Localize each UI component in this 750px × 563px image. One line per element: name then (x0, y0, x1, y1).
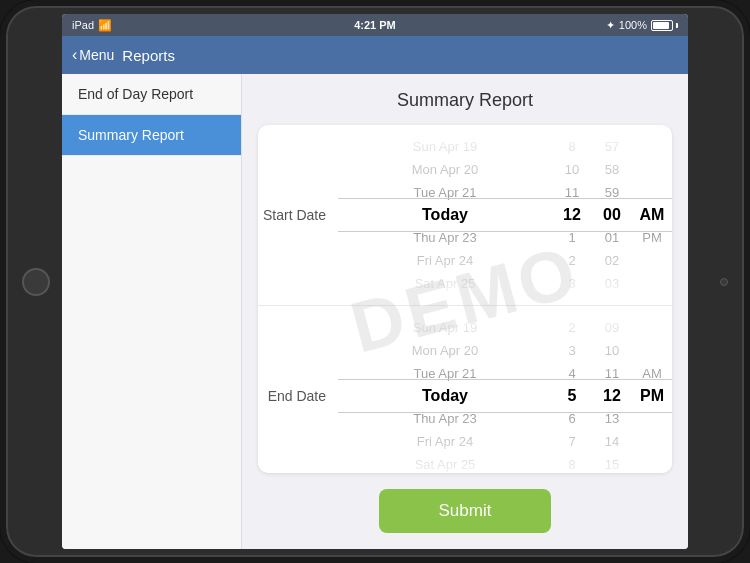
picker-item: 6 (552, 407, 592, 430)
camera (720, 278, 728, 286)
main-content: End of Day Report Summary Report Summary… (62, 74, 688, 549)
picker-item: 11 (552, 181, 592, 204)
end-hour-col[interactable]: 2 3 4 5 6 7 8 (552, 316, 592, 473)
picker-item (632, 181, 672, 204)
back-label[interactable]: Menu (79, 47, 114, 63)
picker-item: 3 (552, 272, 592, 295)
picker-item: 4 (552, 362, 592, 385)
nav-title: Reports (122, 47, 175, 64)
picker-item: 03 (592, 272, 632, 295)
home-button[interactable] (22, 268, 50, 296)
picker-item (632, 135, 672, 158)
picker-item: 10 (592, 339, 632, 362)
page-title: Summary Report (397, 90, 533, 111)
picker-item: 02 (592, 249, 632, 272)
picker-item (632, 430, 672, 453)
start-date-label: Start Date (258, 207, 338, 223)
picker-item (632, 453, 672, 473)
picker-item: Fri Apr 24 (338, 249, 552, 272)
end-date-label: End Date (258, 388, 338, 404)
picker-item: 13 (592, 407, 632, 430)
ipad-frame: iPad 📶 4:21 PM ✦ 100% ‹ Menu Rep (0, 0, 750, 563)
picker-item-selected: 12 (552, 204, 592, 227)
picker-item (632, 407, 672, 430)
picker-item: Sun Apr 19 (338, 316, 552, 339)
end-ampm-col[interactable]: AM PM (632, 316, 672, 473)
status-time: 4:21 PM (354, 19, 396, 31)
picker-item (632, 158, 672, 181)
picker-item-selected: PM (632, 385, 672, 408)
picker-item: Sat Apr 25 (338, 453, 552, 473)
battery-label: 100% (619, 19, 647, 31)
end-date-columns[interactable]: Sun Apr 19 Mon Apr 20 Tue Apr 21 Today T… (338, 316, 672, 473)
picker-item (632, 249, 672, 272)
sidebar-item-summary[interactable]: Summary Report (62, 115, 241, 156)
picker-item: 58 (592, 158, 632, 181)
picker-item: 15 (592, 453, 632, 473)
picker-item: 2 (552, 249, 592, 272)
chevron-left-icon: ‹ (72, 46, 77, 64)
picker-item: Tue Apr 21 (338, 362, 552, 385)
picker-item: AM (632, 362, 672, 385)
end-date-row: End Date Sun Apr 19 Mon Apr 20 Tue Apr 2… (258, 316, 672, 473)
start-date-columns[interactable]: Sun Apr 19 Mon Apr 20 Tue Apr 21 Today T… (338, 135, 672, 295)
picker-item: 8 (552, 453, 592, 473)
wifi-icon: 📶 (98, 19, 112, 32)
picker-item: 1 (552, 226, 592, 249)
back-button[interactable]: ‹ Menu (72, 46, 114, 64)
start-date-section: Start Date Sun Apr 19 Mon Apr 20 Tue Apr… (258, 125, 672, 305)
picker-item: 11 (592, 362, 632, 385)
picker-item (632, 339, 672, 362)
picker-item (632, 316, 672, 339)
picker-item: 09 (592, 316, 632, 339)
end-date-section: End Date Sun Apr 19 Mon Apr 20 Tue Apr 2… (258, 305, 672, 473)
picker-item: 57 (592, 135, 632, 158)
ipad-screen: iPad 📶 4:21 PM ✦ 100% ‹ Menu Rep (62, 14, 688, 549)
picker-item-selected: 00 (592, 204, 632, 227)
status-bar: iPad 📶 4:21 PM ✦ 100% (62, 14, 688, 36)
battery-icon (651, 20, 678, 31)
picker-item: 8 (552, 135, 592, 158)
start-ampm-col[interactable]: AM PM (632, 135, 672, 295)
picker-item: Mon Apr 20 (338, 339, 552, 362)
picker-item: 59 (592, 181, 632, 204)
picker-item-selected: AM (632, 204, 672, 227)
start-minute-col[interactable]: 57 58 59 00 01 02 03 (592, 135, 632, 295)
sidebar: End of Day Report Summary Report (62, 74, 242, 549)
picker-item: Thu Apr 23 (338, 226, 552, 249)
sidebar-item-end-of-day[interactable]: End of Day Report (62, 74, 241, 115)
picker-item: 10 (552, 158, 592, 181)
picker-item (632, 272, 672, 295)
submit-button[interactable]: Submit (379, 489, 552, 533)
picker-item: 01 (592, 226, 632, 249)
status-right: ✦ 100% (606, 19, 678, 32)
start-date-row: Start Date Sun Apr 19 Mon Apr 20 Tue Apr… (258, 135, 672, 295)
picker-item-selected: 5 (552, 385, 592, 408)
picker-item: PM (632, 226, 672, 249)
picker-item: Sun Apr 19 (338, 135, 552, 158)
nav-bar: ‹ Menu Reports (62, 36, 688, 74)
device-name: iPad (72, 19, 94, 31)
picker-item: 7 (552, 430, 592, 453)
picker-item: 14 (592, 430, 632, 453)
picker-item: Thu Apr 23 (338, 407, 552, 430)
end-minute-col[interactable]: 09 10 11 12 13 14 15 (592, 316, 632, 473)
picker-item: Sat Apr 25 (338, 272, 552, 295)
picker-item: 3 (552, 339, 592, 362)
picker-item: 2 (552, 316, 592, 339)
picker-item-selected: Today (338, 385, 552, 408)
picker-item-selected: 12 (592, 385, 632, 408)
start-date-col[interactable]: Sun Apr 19 Mon Apr 20 Tue Apr 21 Today T… (338, 135, 552, 295)
content-area: Summary Report DEMO Start Date Sun Apr 1… (242, 74, 688, 549)
picker-item: Fri Apr 24 (338, 430, 552, 453)
picker-item: Tue Apr 21 (338, 181, 552, 204)
picker-item-selected: Today (338, 204, 552, 227)
status-left: iPad 📶 (72, 19, 112, 32)
picker-container: DEMO Start Date Sun Apr 19 Mon Apr 20 Tu… (258, 125, 672, 473)
bluetooth-icon: ✦ (606, 19, 615, 32)
end-date-col[interactable]: Sun Apr 19 Mon Apr 20 Tue Apr 21 Today T… (338, 316, 552, 473)
picker-item: Mon Apr 20 (338, 158, 552, 181)
start-hour-col[interactable]: 8 10 11 12 1 2 3 (552, 135, 592, 295)
